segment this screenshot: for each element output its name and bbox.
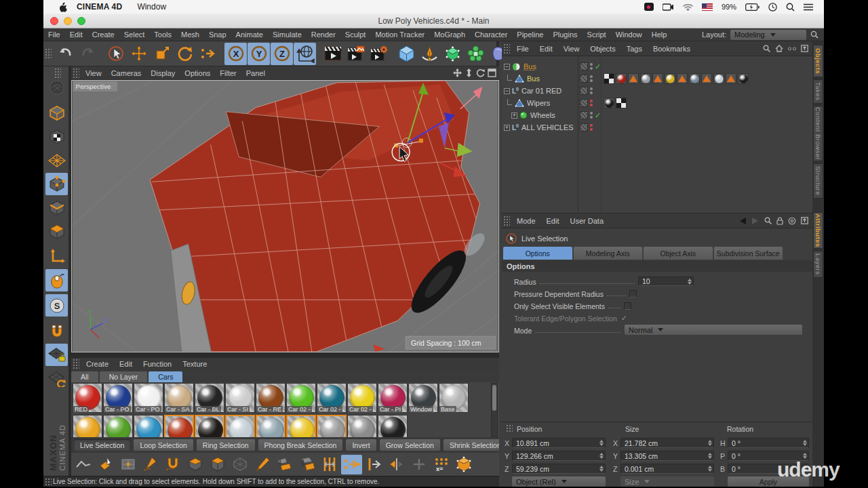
edges-mode-button[interactable] — [45, 197, 68, 219]
material-tag-icon[interactable] — [665, 73, 675, 84]
spline-smooth-icon[interactable] — [73, 455, 94, 474]
bridge-tool-icon[interactable] — [319, 455, 340, 474]
x-axis-lock-button[interactable]: X — [224, 43, 247, 65]
size-y-field[interactable]: 13.305 cm — [620, 451, 714, 461]
om-menu-bookmarks[interactable]: Bookmarks — [648, 45, 696, 53]
add-mograph-button[interactable] — [465, 43, 487, 65]
enabled-check-icon[interactable]: ✓ — [595, 112, 601, 119]
tab-object-axis[interactable]: Object Axis — [644, 247, 713, 260]
material-scrollbar[interactable] — [491, 383, 498, 437]
layer-chip[interactable] — [580, 75, 588, 83]
mat-menu-function[interactable]: Function — [138, 360, 177, 368]
viewport-canvas[interactable]: Y Z Perspective Grid Spacing : 100 cm — [71, 80, 499, 352]
layer-chip[interactable] — [580, 62, 588, 70]
tree-row-all-vehicles[interactable]: + L0 ALL VEHICLES — [502, 121, 812, 134]
clock-icon[interactable] — [768, 3, 777, 12]
material-tag-icon[interactable] — [640, 73, 651, 84]
object-name[interactable]: Car 01 RED — [521, 87, 561, 95]
invert-button[interactable]: Invert — [346, 439, 376, 451]
stepper[interactable] — [599, 440, 604, 446]
visibility-dots[interactable] — [590, 75, 593, 82]
scale-tool-button[interactable] — [151, 43, 173, 65]
layout-search-icon[interactable] — [810, 30, 818, 39]
uvw-tag-icon[interactable] — [604, 73, 614, 84]
bevel-tool-icon[interactable] — [184, 455, 205, 474]
retopo-icon[interactable] — [117, 455, 138, 474]
add-primitive-button[interactable] — [395, 43, 418, 65]
menu-plugins[interactable]: Plugins — [548, 30, 582, 39]
workplane-mode-button[interactable] — [45, 149, 68, 171]
tolerant-selection-check-icon[interactable]: ✓ — [621, 314, 627, 323]
layout-dropdown[interactable]: Modeling — [730, 30, 806, 40]
material-swatch-selected[interactable] — [256, 415, 285, 437]
tab-no-layer[interactable]: No Layer — [100, 371, 148, 382]
sculpt-mode-button[interactable] — [45, 76, 68, 98]
material-swatch[interactable]: Base — [439, 383, 469, 413]
menu-simulate[interactable]: Simulate — [268, 30, 307, 39]
battery-icon[interactable] — [745, 3, 760, 11]
menu-animate[interactable]: Animate — [231, 30, 268, 39]
vp-menu-view[interactable]: View — [81, 69, 106, 77]
magnet-tool-icon[interactable] — [162, 455, 183, 474]
material-swatch[interactable]: Car - PI — [378, 383, 408, 413]
menu-character[interactable]: Character — [470, 30, 512, 39]
material-swatch[interactable] — [347, 415, 377, 437]
snap-settings-button[interactable]: S — [45, 294, 68, 317]
coords-grip[interactable] — [506, 424, 513, 432]
texture-mode-button[interactable] — [45, 125, 68, 148]
add-spline-button[interactable] — [418, 43, 441, 65]
vp-menu-filter[interactable]: Filter — [215, 69, 241, 77]
menu-motion-tracker[interactable]: Motion Tracker — [370, 30, 429, 39]
size-mode-dropdown[interactable]: Size — [620, 476, 714, 487]
tree-row-car01[interactable]: − L0 Car 01 RED — [502, 85, 812, 97]
selection-tag-icon[interactable] — [677, 73, 688, 84]
track-icon[interactable] — [788, 217, 796, 225]
move-tool-button[interactable] — [127, 43, 150, 65]
enabled-check-icon[interactable]: ✓ — [595, 63, 601, 70]
stepper[interactable] — [599, 466, 604, 472]
selection-tag-icon[interactable] — [628, 73, 639, 84]
tab-structure[interactable]: Structure — [813, 163, 823, 199]
om-expand-panel-icon[interactable] — [801, 45, 808, 52]
layer-chip[interactable] — [580, 123, 588, 131]
collapse-icon[interactable]: − — [504, 64, 510, 70]
expand-icon[interactable]: + — [511, 113, 517, 119]
material-swatch[interactable]: Car 02 - — [347, 383, 377, 413]
tree-row-wipers[interactable]: Wipers — [502, 97, 812, 109]
mode-dropdown[interactable]: Normal — [625, 325, 802, 335]
only-select-visible-checkbox[interactable] — [624, 302, 631, 310]
viewport-solo-button[interactable] — [45, 269, 68, 291]
menu-pipeline[interactable]: Pipeline — [512, 30, 548, 39]
material-tag-icon[interactable] — [713, 73, 724, 84]
material-tag-icon[interactable] — [604, 98, 614, 108]
attr-search-icon[interactable] — [764, 217, 772, 224]
notification-list-icon[interactable] — [804, 3, 813, 11]
screen-record-icon[interactable] — [644, 3, 654, 11]
radius-stepper[interactable] — [688, 279, 692, 285]
material-swatch[interactable]: Car - PO — [134, 383, 163, 413]
material-tag-icon[interactable] — [616, 73, 627, 84]
layer-chip[interactable] — [580, 87, 588, 95]
stepper[interactable] — [599, 453, 604, 459]
menu-create[interactable]: Create — [87, 30, 119, 39]
paint-brush-icon[interactable] — [140, 455, 161, 474]
size-x-field[interactable]: 21.782 cm — [620, 438, 714, 448]
layer-chip[interactable] — [580, 99, 588, 107]
position-x-field[interactable]: 10.891 cm — [512, 438, 606, 448]
menu-file[interactable]: File — [43, 30, 65, 39]
rotation-h-field[interactable]: 0 ° — [728, 438, 809, 448]
material-swatch[interactable]: Car - SA — [164, 383, 194, 413]
om-menu-objects[interactable]: Objects — [585, 45, 620, 53]
viewport-toggle-icon[interactable] — [488, 68, 496, 77]
object-name[interactable]: Bus — [524, 62, 536, 70]
loop-selection-button[interactable]: Loop Selection — [134, 439, 193, 451]
visibility-dots[interactable] — [590, 112, 593, 119]
attr-menu-user-data[interactable]: User Data — [565, 217, 610, 225]
camera-icon[interactable] — [663, 3, 674, 11]
model-mode-button[interactable] — [45, 102, 68, 124]
stepper[interactable] — [708, 466, 712, 472]
om-home-icon[interactable] — [775, 45, 783, 52]
position-z-field[interactable]: 59.239 cm — [512, 464, 606, 474]
menu-select[interactable]: Select — [119, 30, 150, 39]
knife-tool-icon[interactable] — [252, 455, 273, 474]
